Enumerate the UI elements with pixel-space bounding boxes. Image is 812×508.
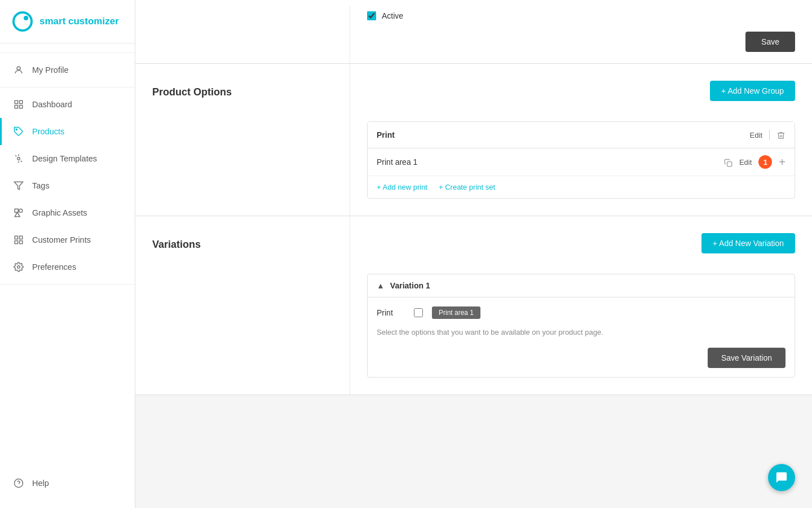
filter-icon: [13, 180, 24, 191]
divider-3: [135, 395, 812, 395]
print-area-badge: 1: [758, 155, 772, 169]
sidebar-label-products: Products: [32, 127, 64, 136]
sidebar-nav: My Profile Dashboard Products: [0, 43, 135, 464]
print-area-edit-link[interactable]: Edit: [739, 158, 752, 167]
sidebar-label-graphic-assets: Graphic Assets: [32, 208, 87, 217]
variations-content: + Add New Variation ▲ Variation 1 Print …: [350, 216, 812, 395]
sidebar: smart customizer My Profile Dashboard: [0, 0, 135, 508]
sidebar-item-customer-prints[interactable]: Customer Prints: [0, 226, 135, 253]
logo-icon: [11, 10, 34, 33]
variations-section: Variations + Add New Variation ▲ Variati…: [135, 216, 812, 395]
main-content: Active Save Product Options + Add New Gr…: [135, 0, 812, 508]
grid-icon: [13, 234, 24, 246]
svg-line-12: [21, 161, 22, 162]
chevron-up-icon: ▲: [377, 281, 385, 290]
sidebar-label-my-profile: My Profile: [32, 65, 68, 75]
variation-title: Variation 1: [390, 281, 430, 290]
logo-area: smart customizer: [0, 0, 135, 43]
active-checkbox[interactable]: [367, 11, 376, 20]
question-icon: [13, 478, 24, 489]
tag-icon: [13, 126, 24, 137]
svg-point-1: [24, 16, 28, 20]
svg-point-8: [17, 157, 20, 160]
variation-print-checkbox[interactable]: [414, 308, 423, 317]
svg-rect-4: [20, 100, 23, 103]
print-group-title: Print: [377, 130, 750, 139]
sidebar-item-preferences[interactable]: Preferences: [0, 253, 135, 281]
sidebar-bottom: Help: [0, 464, 135, 508]
svg-point-2: [17, 67, 20, 70]
save-variation-button[interactable]: Save Variation: [708, 348, 785, 368]
variation-hint: Select the options that you want to be a…: [377, 328, 785, 336]
sidebar-label-tags: Tags: [32, 181, 50, 190]
sidebar-item-help[interactable]: Help: [0, 470, 135, 497]
variation-row: Print Print area 1: [377, 306, 785, 319]
create-print-set-link[interactable]: + Create print set: [439, 183, 495, 191]
variation-print-label: Print: [377, 308, 405, 317]
delete-icon[interactable]: [776, 130, 785, 140]
dashboard-icon: [13, 99, 24, 110]
sidebar-label-preferences: Preferences: [32, 262, 76, 271]
print-area-tag: Print area 1: [432, 306, 480, 319]
svg-rect-5: [15, 106, 17, 108]
print-footer: + Add new print + Create print set: [368, 176, 795, 198]
chat-fab[interactable]: [768, 464, 795, 491]
print-group-header: Print Edit: [368, 122, 795, 148]
sidebar-label-design-templates: Design Templates: [32, 154, 97, 163]
variation-block: ▲ Variation 1 Print Print area 1 Select …: [367, 274, 795, 378]
sidebar-item-graphic-assets[interactable]: Graphic Assets: [0, 199, 135, 226]
svg-point-21: [17, 266, 20, 269]
product-options-section: Product Options + Add New Group Print Ed…: [135, 64, 812, 216]
content-area: Active Save Product Options + Add New Gr…: [135, 0, 812, 395]
variation-body: Print Print area 1 Select the options th…: [368, 297, 795, 377]
svg-point-15: [19, 209, 23, 212]
print-area-actions: Edit 1 +: [724, 155, 785, 169]
svg-rect-6: [20, 106, 23, 108]
gear-icon: [13, 261, 24, 273]
svg-rect-24: [727, 161, 732, 166]
svg-rect-18: [20, 236, 23, 239]
svg-rect-3: [15, 100, 17, 103]
svg-point-0: [14, 12, 32, 30]
active-row: Active: [367, 11, 795, 20]
save-button[interactable]: Save: [745, 32, 795, 52]
sidebar-item-dashboard[interactable]: Dashboard: [0, 91, 135, 118]
sidebar-item-products[interactable]: Products: [0, 118, 135, 145]
print-group-edit-link[interactable]: Edit: [750, 131, 762, 139]
active-section-content: Active Save: [350, 6, 812, 63]
product-options-label: Product Options: [135, 64, 350, 216]
svg-point-7: [16, 129, 17, 130]
svg-line-11: [15, 155, 16, 156]
add-new-variation-button[interactable]: + Add New Variation: [701, 233, 795, 253]
person-icon: [13, 64, 24, 76]
add-print-area-button[interactable]: +: [779, 156, 785, 168]
print-group-actions: Edit: [750, 130, 785, 140]
vertical-divider: [769, 130, 770, 140]
svg-marker-13: [15, 182, 23, 190]
copy-icon[interactable]: [724, 157, 732, 167]
print-area-name: Print area 1: [377, 157, 724, 167]
design-icon: [13, 153, 24, 164]
sidebar-item-design-templates[interactable]: Design Templates: [0, 145, 135, 172]
active-label: Active: [382, 11, 403, 20]
active-section-label: [135, 6, 350, 63]
shapes-icon: [13, 207, 24, 218]
svg-rect-14: [15, 209, 18, 212]
svg-rect-19: [15, 241, 17, 244]
add-new-print-link[interactable]: + Add new print: [377, 183, 427, 191]
add-new-group-button[interactable]: + Add New Group: [710, 81, 795, 101]
product-options-content: + Add New Group Print Edit: [350, 64, 812, 216]
logo-text: smart customizer: [39, 16, 119, 27]
sidebar-item-tags[interactable]: Tags: [0, 172, 135, 199]
print-group: Print Edit: [367, 121, 795, 199]
variation-header: ▲ Variation 1: [368, 274, 795, 297]
sidebar-item-my-profile[interactable]: My Profile: [0, 56, 135, 84]
print-area-row: Print area 1 Edit 1 +: [368, 148, 795, 176]
variations-label: Variations: [135, 216, 350, 395]
sidebar-label-customer-prints: Customer Prints: [32, 235, 91, 244]
sidebar-label-help: Help: [32, 479, 49, 488]
svg-rect-17: [15, 236, 17, 239]
svg-marker-16: [15, 212, 20, 217]
active-section: Active Save: [135, 0, 812, 63]
sidebar-label-dashboard: Dashboard: [32, 100, 72, 109]
